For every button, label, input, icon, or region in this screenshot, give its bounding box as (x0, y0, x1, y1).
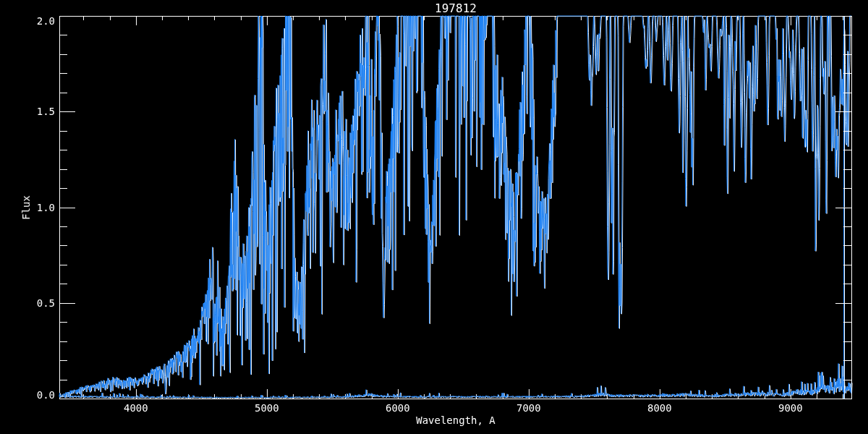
x-axis-title: Wavelength, A (416, 414, 495, 426)
spectrum-plot-canvas (0, 0, 868, 434)
spectrum-chart: 197812 Wavelength, A Flux 40005000600070… (0, 0, 868, 434)
x-tick-label: 6000 (386, 402, 410, 414)
chart-title: 197812 (435, 1, 477, 15)
y-tick-label: 1.5 (0, 106, 55, 117)
x-tick-label: 4000 (124, 402, 148, 414)
x-tick-label: 9000 (778, 402, 803, 414)
y-tick-label: 1.0 (0, 202, 55, 213)
x-tick-label: 8000 (647, 402, 672, 414)
y-tick-label: 0.5 (0, 297, 55, 309)
x-tick-label: 5000 (255, 402, 279, 414)
y-tick-label: 2.0 (0, 15, 55, 27)
x-tick-label: 7000 (516, 402, 541, 414)
y-tick-label: 0.0 (0, 389, 55, 401)
